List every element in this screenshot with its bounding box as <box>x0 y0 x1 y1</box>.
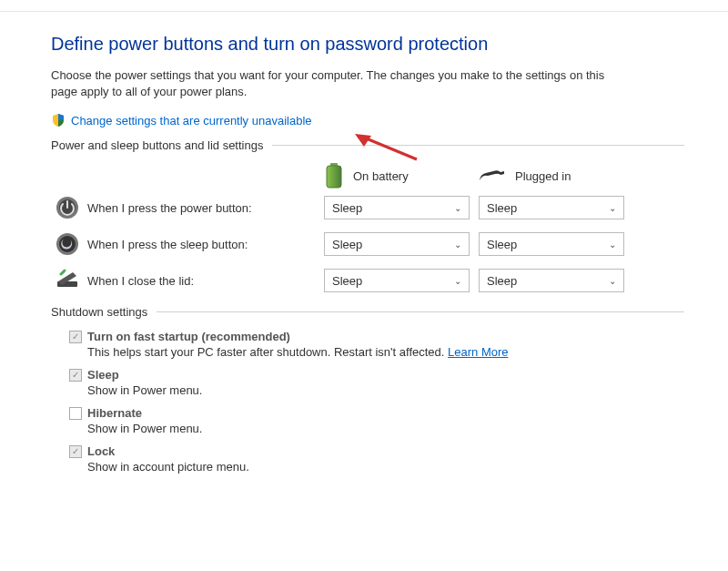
close-lid-plugged-in-select[interactable]: Sleep ⌄ <box>479 269 624 292</box>
select-value: Sleep <box>332 274 362 288</box>
power-button-label: When I press the power button: <box>84 201 324 215</box>
sleep-checkbox[interactable] <box>69 369 82 382</box>
chevron-down-icon: ⌄ <box>454 240 461 250</box>
chevron-down-icon: ⌄ <box>454 276 461 286</box>
chevron-down-icon: ⌄ <box>609 240 616 250</box>
on-battery-column-label: On battery <box>353 169 409 183</box>
power-button-on-battery-select[interactable]: Sleep ⌄ <box>324 196 470 219</box>
learn-more-link[interactable]: Learn More <box>448 345 508 359</box>
power-button-plugged-in-select[interactable]: Sleep ⌄ <box>479 196 624 219</box>
fast-startup-desc: This helps start your PC faster after sh… <box>87 345 448 359</box>
power-button-icon <box>51 196 84 219</box>
ac-plug-icon <box>479 168 506 184</box>
sleep-button-label: When I press the sleep button: <box>84 238 324 251</box>
page-description: Choose the power settings that you want … <box>51 67 633 100</box>
close-lid-on-battery-select[interactable]: Sleep ⌄ <box>324 269 470 292</box>
sleep-title: Sleep <box>87 368 119 382</box>
divider <box>272 145 684 146</box>
sleep-button-icon <box>51 232 84 256</box>
sleep-desc: Show in Power menu. <box>87 383 684 397</box>
lock-desc: Show in account picture menu. <box>87 460 684 474</box>
sleep-button-plugged-in-select[interactable]: Sleep ⌄ <box>479 232 624 256</box>
hibernate-title: Hibernate <box>87 406 142 420</box>
chevron-down-icon: ⌄ <box>454 203 461 213</box>
hibernate-desc: Show in Power menu. <box>87 422 684 435</box>
sleep-button-on-battery-select[interactable]: Sleep ⌄ <box>324 232 470 256</box>
buttons-lid-group-header: Power and sleep buttons and lid settings <box>51 138 263 152</box>
shutdown-settings-header: Shutdown settings <box>51 305 147 319</box>
chevron-down-icon: ⌄ <box>609 276 616 286</box>
select-value: Sleep <box>332 201 362 215</box>
plugged-in-column-label: Plugged in <box>515 169 571 183</box>
select-value: Sleep <box>487 201 517 215</box>
uac-shield-icon <box>51 113 66 127</box>
close-lid-label: When I close the lid: <box>84 274 324 288</box>
chevron-down-icon: ⌄ <box>609 203 616 213</box>
fast-startup-checkbox[interactable] <box>69 331 82 343</box>
select-value: Sleep <box>487 238 517 251</box>
battery-icon <box>324 163 344 189</box>
svg-rect-3 <box>327 166 341 188</box>
select-value: Sleep <box>487 274 517 288</box>
lock-checkbox[interactable] <box>69 445 82 458</box>
close-lid-icon <box>51 269 84 292</box>
divider <box>157 311 684 312</box>
change-unavailable-settings-link[interactable]: Change settings that are currently unava… <box>71 114 312 127</box>
lock-title: Lock <box>87 444 115 458</box>
hibernate-checkbox[interactable] <box>69 407 82 420</box>
fast-startup-title: Turn on fast startup (recommended) <box>87 330 290 343</box>
page-title: Define power buttons and turn on passwor… <box>51 34 684 55</box>
select-value: Sleep <box>332 238 362 251</box>
